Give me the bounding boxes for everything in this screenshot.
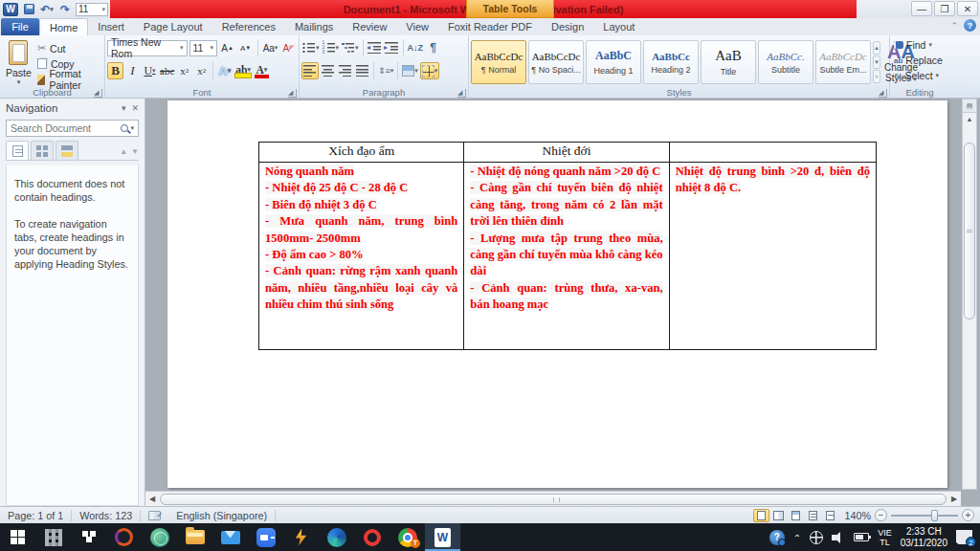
horizontal-scrollbar[interactable]: ◀ ▶: [145, 491, 961, 506]
opera-icon[interactable]: [354, 523, 390, 551]
proofing-status[interactable]: [141, 507, 168, 523]
zoom-slider-thumb[interactable]: [931, 510, 938, 521]
vertical-scroll-thumb[interactable]: [964, 143, 975, 320]
full-screen-reading-view-button[interactable]: [770, 509, 787, 522]
word-app-icon[interactable]: W: [3, 3, 18, 16]
line-spacing-button[interactable]: ⇕≡▾: [377, 62, 394, 79]
show-paragraph-marks-button[interactable]: ¶: [425, 39, 441, 56]
browse-pages-tab[interactable]: [31, 141, 54, 160]
zoom-slider[interactable]: [891, 515, 958, 517]
horizontal-scroll-thumb[interactable]: [160, 494, 947, 505]
tab-mailings[interactable]: Mailings: [285, 18, 343, 35]
vertical-scrollbar[interactable]: ▤ ▲: [962, 99, 977, 490]
dropbox-icon[interactable]: [71, 523, 106, 551]
language-status[interactable]: English (Singapore): [168, 507, 275, 523]
tab-design[interactable]: Design: [542, 18, 593, 35]
tab-home[interactable]: Home: [39, 18, 88, 35]
browse-results-tab[interactable]: [56, 141, 78, 160]
style--no-spaci-[interactable]: AaBbCcDc¶ No Spaci...: [528, 40, 584, 84]
underline-button[interactable]: U▾: [142, 62, 158, 79]
print-layout-view-button[interactable]: [753, 509, 769, 522]
collapse-ribbon-icon[interactable]: ⌃: [950, 21, 958, 31]
gallery-down-button[interactable]: ▼: [873, 55, 880, 69]
chevron-up-icon[interactable]: ⌃: [793, 533, 801, 543]
font-size-combo[interactable]: 11▾: [189, 40, 218, 56]
word-count[interactable]: Words: 123: [72, 507, 140, 523]
gallery-up-button[interactable]: ▲: [873, 41, 880, 55]
file-explorer-icon[interactable]: [177, 523, 212, 551]
paste-button[interactable]: Paste ▾: [2, 37, 35, 87]
decrease-indent-button[interactable]: [367, 39, 383, 56]
shrink-font-button[interactable]: A▼: [237, 39, 254, 56]
draft-view-button[interactable]: [822, 509, 838, 522]
help-icon[interactable]: ?: [964, 19, 976, 32]
word-taskbar-icon[interactable]: [425, 523, 460, 551]
paragraph-dialog-launcher[interactable]: ◢: [457, 89, 466, 98]
next-result-icon[interactable]: ▼: [131, 147, 139, 156]
tab-view[interactable]: View: [396, 18, 438, 35]
change-case-button[interactable]: Aa▾: [262, 39, 278, 56]
page-count[interactable]: Page: 1 of 1: [0, 507, 71, 523]
grow-font-button[interactable]: A▲: [219, 39, 235, 56]
style-heading-2[interactable]: AaBbCcHeading 2: [643, 40, 699, 84]
undo-button[interactable]: ↶▾: [39, 2, 55, 16]
style-subtle-em-[interactable]: AaBbCcDcSubtle Em...: [815, 40, 871, 84]
navigation-close-icon[interactable]: ✕: [131, 103, 139, 113]
tab-page-layout[interactable]: Page Layout: [134, 18, 212, 35]
strikethrough-button[interactable]: abc: [159, 62, 175, 79]
replace-button[interactable]: abReplace: [894, 53, 947, 68]
zoom-out-button[interactable]: −: [875, 509, 887, 521]
font-color-button[interactable]: A▾: [254, 62, 270, 79]
zoom-level[interactable]: 140%: [842, 510, 871, 521]
restore-button[interactable]: ❐: [934, 1, 955, 16]
table-header-cell[interactable]: Xích đạo ẩm: [259, 143, 464, 163]
battery-icon[interactable]: [854, 533, 869, 541]
tab-insert[interactable]: Insert: [88, 18, 134, 35]
align-center-button[interactable]: [320, 62, 336, 79]
tab-foxit-reader-pdf[interactable]: Foxit Reader PDF: [438, 18, 542, 35]
navigation-options-icon[interactable]: ▾: [122, 103, 126, 113]
shading-button[interactable]: ▾: [401, 62, 419, 79]
styles-dialog-launcher[interactable]: ◢: [879, 89, 887, 98]
align-left-button[interactable]: [301, 62, 319, 79]
lightning-icon[interactable]: [283, 523, 319, 551]
chevron-down-icon[interactable]: ▾: [130, 124, 134, 132]
justify-button[interactable]: [354, 62, 370, 79]
language-indicator[interactable]: VIE TL: [878, 528, 892, 547]
speaker-icon[interactable]: [832, 532, 845, 543]
table-body-cell[interactable]: Nhiệt độ trung bình >20 đ, biên độ nhiệt…: [670, 163, 876, 349]
format-painter-button[interactable]: Format Painter: [35, 72, 102, 87]
start-icon[interactable]: [0, 523, 35, 551]
search-icon[interactable]: [121, 124, 128, 132]
action-center-button[interactable]: 2: [956, 530, 972, 544]
help-tray-icon[interactable]: ?: [769, 530, 785, 545]
network-icon[interactable]: [810, 531, 823, 544]
font-dialog-launcher[interactable]: ◢: [288, 89, 297, 98]
bold-button[interactable]: B: [107, 62, 123, 79]
align-right-button[interactable]: [337, 62, 353, 79]
app-grid-icon[interactable]: [35, 523, 71, 551]
scroll-up-icon[interactable]: ▲: [963, 113, 976, 125]
italic-button[interactable]: I: [124, 62, 141, 79]
navigation-search-box[interactable]: ▾: [6, 120, 139, 137]
redo-button[interactable]: ↷: [57, 2, 73, 16]
outline-view-button[interactable]: [805, 509, 821, 522]
clipboard-dialog-launcher[interactable]: ◢: [94, 89, 102, 98]
gallery-more-button[interactable]: ▿: [873, 70, 880, 83]
sort-button[interactable]: A↓Z: [407, 39, 425, 56]
superscript-button[interactable]: x2: [193, 62, 210, 79]
web-layout-view-button[interactable]: [788, 509, 804, 522]
browse-headings-tab[interactable]: [6, 141, 29, 160]
find-button[interactable]: Find▾: [894, 37, 947, 53]
camera-ring-icon[interactable]: [106, 523, 142, 551]
table-body-cell[interactable]: Nóng quanh năm- Nhiệt độ 25 độ C - 28 độ…: [259, 163, 464, 349]
previous-result-icon[interactable]: ▲: [120, 147, 127, 156]
multilevel-list-button[interactable]: ▾: [341, 39, 360, 56]
borders-button[interactable]: ▾: [420, 62, 440, 79]
cut-button[interactable]: ✂Cut: [35, 41, 102, 55]
style-heading-1[interactable]: AaBbCHeading 1: [586, 40, 641, 84]
font-family-combo[interactable]: Times New Rom▾: [107, 40, 188, 56]
tab-file[interactable]: File: [1, 18, 39, 35]
clear-formatting-button[interactable]: A◤: [280, 39, 297, 56]
scroll-left-icon[interactable]: ◀: [145, 495, 159, 503]
